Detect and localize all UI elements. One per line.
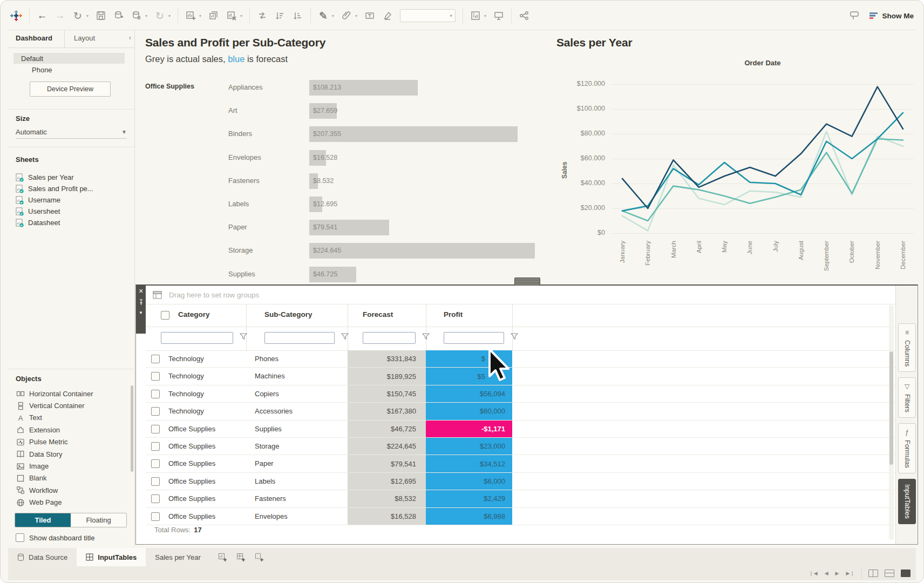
last-sheet-icon[interactable]: ▶❘ — [846, 571, 855, 576]
filter-icon[interactable] — [511, 333, 518, 341]
device-phone-item[interactable]: Phone — [13, 64, 125, 75]
filter-icon[interactable] — [422, 333, 430, 341]
device-default-item[interactable]: Default — [13, 53, 125, 64]
row-groups-dropzone[interactable]: Drag here to set row groups — [146, 286, 896, 304]
table-row[interactable]: TechnologyPhones$331,843$ — [146, 350, 896, 368]
size-dropdown[interactable]: Automatic ▼ — [16, 125, 127, 139]
filter-icon[interactable] — [341, 333, 349, 341]
object-item-horizontal-container[interactable]: Horizontal Container — [16, 388, 130, 399]
new-worksheet-icon[interactable] — [185, 9, 196, 22]
sort-ascending-icon[interactable] — [275, 9, 286, 22]
object-item-data-story[interactable]: Data Story — [16, 448, 130, 460]
table-row[interactable]: Office SuppliesStorage$224,645$23,000 — [146, 438, 896, 455]
table-scrollbar[interactable] — [889, 305, 894, 540]
filter-input-forecast[interactable] — [363, 332, 416, 344]
object-item-image[interactable]: Image — [16, 460, 130, 472]
sheet-item[interactable]: Username — [16, 194, 130, 206]
new-data-source-icon[interactable] — [113, 9, 124, 22]
save-icon[interactable] — [96, 9, 106, 22]
clear-sheet-icon[interactable] — [226, 9, 237, 22]
table-row[interactable]: TechnologyMachines$189,925$5 — [146, 368, 896, 385]
object-item-workflow[interactable]: Workflow — [16, 484, 130, 496]
row-checkbox[interactable] — [151, 425, 160, 433]
table-row[interactable]: Office SuppliesLabels$12,695$6,000 — [146, 473, 896, 490]
object-item-pulse-metric[interactable]: Pulse Metric — [16, 436, 130, 448]
sheet-item[interactable]: Sales per Year — [16, 172, 130, 183]
table-row[interactable]: TechnologyAccessories$167,380$60,000 — [146, 403, 896, 420]
show-dashboard-title-checkbox[interactable] — [16, 533, 24, 542]
row-checkbox[interactable] — [151, 442, 160, 451]
undo-icon[interactable]: ← — [37, 9, 47, 22]
dashboard-device-icon[interactable] — [849, 9, 860, 22]
clear-sheet-caret-icon[interactable]: ▾ — [240, 13, 242, 18]
table-row[interactable]: TechnologyCopiers$150,745$56,094 — [146, 385, 896, 403]
side-tab-columns[interactable]: ≡Columns — [898, 323, 916, 372]
row-checkbox[interactable] — [151, 355, 160, 363]
close-zone-icon[interactable]: ✕ — [138, 288, 143, 294]
run-update-icon[interactable]: ↻ — [154, 9, 165, 22]
row-checkbox[interactable] — [151, 372, 160, 381]
object-item-web-page[interactable]: Web Page — [16, 497, 130, 509]
row-checkbox[interactable] — [151, 407, 160, 416]
redo-icon[interactable]: → — [55, 9, 65, 22]
zone-menu-caret-icon[interactable]: ▼ — [139, 310, 143, 315]
object-item-text[interactable]: AText — [16, 412, 130, 424]
new-story-tab-icon[interactable] — [252, 551, 267, 564]
run-update-caret-icon[interactable]: ▾ — [168, 13, 171, 18]
object-item-blank[interactable]: Blank — [16, 472, 130, 484]
tab-layout[interactable]: Layout — [74, 34, 95, 42]
line-chart-plot[interactable] — [612, 79, 914, 246]
sheet-item[interactable]: Usersheet — [16, 206, 130, 217]
new-worksheet-tab-icon[interactable] — [215, 551, 230, 564]
device-preview-button[interactable]: Device Preview — [30, 82, 111, 97]
new-dashboard-tab-icon[interactable] — [234, 551, 249, 564]
column-header-forecast[interactable]: Forecast — [363, 310, 393, 318]
replay-icon[interactable]: ↻ — [72, 9, 83, 22]
fit-dropdown[interactable]: ▾ — [400, 9, 456, 22]
object-item-extension[interactable]: Extension — [16, 424, 130, 436]
row-checkbox[interactable] — [151, 459, 160, 468]
group-members-icon[interactable] — [341, 9, 352, 22]
series-teal[interactable] — [622, 113, 903, 211]
bottom-tab-inputtables[interactable]: InputTables — [77, 548, 146, 566]
column-header-category[interactable]: Category — [178, 310, 210, 318]
scrollbar-thumb[interactable] — [889, 351, 893, 465]
floating-button[interactable]: Floating — [71, 513, 126, 527]
clear-formatting-icon[interactable] — [382, 9, 393, 22]
highlighter-caret-icon[interactable]: ▾ — [332, 13, 334, 18]
zone-resize-handle[interactable] — [514, 277, 540, 286]
tab-dashboard[interactable]: Dashboard — [16, 34, 52, 42]
duplicate-sheet-icon[interactable] — [208, 9, 219, 22]
bottom-tab-sales-per-year[interactable]: Sales per Year — [146, 548, 210, 566]
swap-rows-columns-icon[interactable] — [257, 9, 268, 22]
filter-input-profit[interactable] — [444, 332, 504, 344]
first-sheet-icon[interactable]: ❘◀ — [809, 571, 818, 576]
pause-auto-updates-icon[interactable] — [131, 9, 142, 22]
bar-mark[interactable] — [309, 243, 535, 259]
new-worksheet-caret-icon[interactable]: ▾ — [199, 13, 201, 18]
filmstrip-view-icon[interactable] — [885, 570, 894, 577]
side-tab-inputtables[interactable]: InputTables — [898, 479, 916, 524]
collapse-pane-icon[interactable]: ‹ — [129, 33, 131, 42]
show-mark-labels-icon[interactable] — [364, 9, 375, 22]
side-tab-formulas[interactable]: ƒFormulas — [898, 423, 916, 473]
sheet-item[interactable]: Sales and Profit pe... — [16, 183, 130, 194]
format-highlighter-icon[interactable]: ✎ — [318, 9, 329, 22]
filter-icon[interactable] — [240, 333, 247, 341]
show-me-button[interactable]: Show Me — [869, 12, 914, 20]
pause-caret-icon[interactable]: ▾ — [145, 13, 147, 18]
share-icon[interactable] — [519, 9, 529, 22]
show-cards-icon[interactable] — [470, 9, 481, 22]
series-dark-navy[interactable] — [622, 87, 903, 208]
bottom-tab-data-source[interactable]: Data Source — [8, 548, 77, 566]
sheet-tabs-view-icon[interactable] — [868, 570, 878, 577]
table-row[interactable]: Office SuppliesSupplies$46,725-$1,171 — [146, 421, 896, 438]
column-header-subcategory[interactable]: Sub-Category — [264, 310, 312, 318]
presentation-mode-icon[interactable] — [493, 9, 504, 22]
sort-descending-icon[interactable] — [293, 9, 303, 22]
replay-caret-icon[interactable]: ▾ — [86, 13, 89, 18]
row-checkbox[interactable] — [151, 390, 160, 398]
filter-input-subcategory[interactable] — [264, 332, 335, 344]
row-checkbox[interactable] — [151, 477, 160, 486]
tiled-button[interactable]: Tiled — [15, 513, 71, 527]
